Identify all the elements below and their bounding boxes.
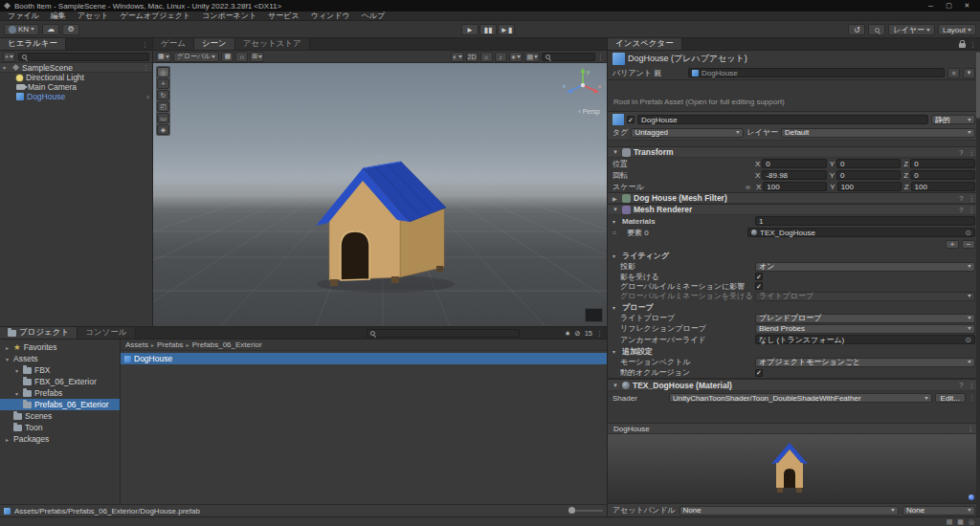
menu-help[interactable]: ヘルプ <box>356 11 391 21</box>
material-object-field[interactable]: TEX_DogHouse ⊙ <box>747 228 975 237</box>
menu-file[interactable]: ファイル <box>2 11 45 21</box>
create-object-button[interactable]: + <box>3 52 15 62</box>
tree-packages[interactable]: ▸ Packages <box>0 433 120 445</box>
progress-icon[interactable]: ◎ <box>969 518 974 526</box>
tool-settings-dropdown[interactable]: ▦ <box>156 52 171 62</box>
tab-game[interactable]: ゲーム <box>153 38 194 50</box>
mesh-renderer-header[interactable]: ▼ Mesh Renderer ? ⋮ <box>608 204 980 215</box>
move-tool-button[interactable]: + <box>157 78 169 89</box>
asset-bundle-variant-dropdown[interactable]: None <box>902 506 975 515</box>
hierarchy-item-directional-light[interactable]: Directional Light <box>0 73 152 82</box>
preview-settings-sphere-icon[interactable] <box>969 494 974 500</box>
position-x-field[interactable]: 0 <box>762 159 826 168</box>
hidden-packages-icon[interactable]: ⊘ <box>574 329 580 338</box>
dynamic-occlusion-checkbox[interactable]: ✓ <box>755 369 763 377</box>
contribute-gi-checkbox[interactable]: ✓ <box>755 282 763 290</box>
tree-fbx[interactable]: ▾ FBX <box>0 364 120 376</box>
foldout-icon[interactable]: ▾ <box>612 218 619 225</box>
menu-assets[interactable]: アセット <box>72 11 115 21</box>
rotate-tool-button[interactable]: ↻ <box>157 90 169 100</box>
scene-viewport[interactable]: ◎ + ↻ ◰ ▭ ◈ y x z ‹ Persp <box>153 63 607 326</box>
saved-search-icon[interactable]: ★ <box>565 329 571 338</box>
tag-dropdown[interactable]: Untagged <box>631 128 744 138</box>
materials-row[interactable]: ▾ Materials 1 <box>608 215 980 227</box>
tree-fbx-06-exterior[interactable]: FBX_06_Exterior <box>0 376 120 387</box>
account-dropdown[interactable]: KN <box>4 24 39 35</box>
layer-dropdown[interactable]: Default <box>781 128 975 138</box>
tree-toon[interactable]: Toon <box>0 422 120 433</box>
transform-tool-button[interactable]: ◈ <box>157 124 169 135</box>
foldout-icon[interactable]: ▼ <box>612 207 619 212</box>
lighting-toggle[interactable]: ☼ <box>480 52 493 62</box>
layers-dropdown[interactable]: レイヤー <box>888 24 935 35</box>
material-component-header[interactable]: ▼ TEX_DogHouse (Material) ? ⋮ <box>608 379 980 391</box>
static-dropdown[interactable]: 静的 <box>931 115 975 124</box>
active-checkbox[interactable]: ✓ <box>627 116 635 123</box>
hierarchy-search-input[interactable] <box>18 53 149 61</box>
motion-vectors-dropdown[interactable]: オブジェクトモーションごと <box>755 358 975 367</box>
tab-console[interactable]: コンソール <box>78 327 135 339</box>
tab-project[interactable]: プロジェクト <box>0 327 78 339</box>
probes-section-header[interactable]: ▾ プローブ <box>608 301 980 313</box>
foldout-icon[interactable]: ▼ <box>612 149 619 155</box>
lock-icon[interactable] <box>959 43 966 48</box>
step-button[interactable]: ►▮ <box>498 24 515 35</box>
object-picker-icon[interactable]: ⊙ <box>965 336 971 344</box>
undo-history-button[interactable]: ↺ <box>848 24 865 35</box>
grid-visibility-toggle[interactable]: ▦ <box>221 52 234 62</box>
scene-options-icon[interactable]: ⋮ <box>143 64 149 72</box>
tab-scene[interactable]: シーン <box>194 38 235 50</box>
tree-prefabs[interactable]: ▾ Prefabs <box>0 387 120 399</box>
project-menu-icon[interactable]: ⋮ <box>596 330 603 338</box>
scale-tool-button[interactable]: ◰ <box>157 101 169 112</box>
foldout-icon[interactable]: ▼ <box>612 383 619 388</box>
2d-mode-toggle[interactable]: 2D <box>466 52 479 62</box>
services-button[interactable]: ⚙ <box>62 24 79 35</box>
help-icon[interactable]: ? <box>959 194 963 203</box>
effects-dropdown[interactable]: ∗ <box>509 52 523 62</box>
play-button[interactable]: ► <box>461 24 479 35</box>
menu-services[interactable]: サービス <box>262 11 305 21</box>
light-probes-dropdown[interactable]: ブレンドプローブ <box>755 314 975 323</box>
tab-inspector[interactable]: インスペクター <box>608 38 682 50</box>
kebab-icon[interactable]: ⋮ <box>969 381 976 389</box>
object-picker-icon[interactable]: ⊙ <box>965 229 971 237</box>
preview-area[interactable] <box>608 434 980 503</box>
gameobject-name-field[interactable]: DogHouse <box>637 115 928 124</box>
view-tool-button[interactable]: ◎ <box>157 67 169 77</box>
asset-item-doghouse[interactable]: DogHouse <box>121 353 607 364</box>
materials-count-field[interactable]: 1 <box>755 216 975 226</box>
handle-orientation-dropdown[interactable]: グローバル <box>173 52 220 62</box>
project-search-input[interactable] <box>367 329 520 338</box>
scale-y-field[interactable]: 100 <box>837 182 902 191</box>
tree-assets[interactable]: ▾ Assets <box>0 353 120 364</box>
open-prefab-arrow-icon[interactable]: › <box>146 93 149 101</box>
slider-knob[interactable] <box>568 507 575 514</box>
menu-edit[interactable]: 編集 <box>45 11 72 21</box>
thumbnail-zoom-slider[interactable] <box>568 507 603 515</box>
rotation-x-field[interactable]: -89.98 <box>762 170 826 180</box>
asset-bundle-dropdown[interactable]: None <box>679 506 900 515</box>
variant-parent-field[interactable]: DogHouse <box>688 68 945 77</box>
foldout-icon[interactable]: ▾ <box>3 64 10 71</box>
rect-tool-button[interactable]: ▭ <box>157 113 169 123</box>
maximize-button[interactable]: ▢ <box>940 0 958 11</box>
cloud-button[interactable]: ☁ <box>42 24 59 35</box>
rotation-z-field[interactable]: 0 <box>910 170 975 180</box>
menu-component[interactable]: コンポーネント <box>196 11 262 21</box>
menu-window[interactable]: ウィンドウ <box>305 11 356 21</box>
reflection-probes-dropdown[interactable]: Blend Probes <box>755 324 975 334</box>
hierarchy-scene-row[interactable]: ▾ SampleScene ⋮ <box>0 63 152 73</box>
snap-magnet-toggle[interactable]: ∩ <box>235 52 248 62</box>
scale-z-field[interactable]: 100 <box>911 182 975 191</box>
shader-dropdown[interactable]: UnityChanToonShader/Toon_DoubleShadeWith… <box>669 393 932 403</box>
scale-x-field[interactable]: 100 <box>763 182 827 191</box>
tab-hierarchy[interactable]: ヒエラルキー <box>0 38 66 50</box>
hierarchy-menu-icon[interactable]: ⋮ <box>142 41 148 49</box>
position-z-field[interactable]: 0 <box>910 159 975 168</box>
shader-menu-icon[interactable]: ⋮ <box>969 394 975 402</box>
remove-material-button[interactable]: − <box>962 240 975 249</box>
snap-increment-dropdown[interactable]: ⊞ <box>250 52 264 62</box>
variant-dropdown-button[interactable]: ▾ <box>963 68 975 78</box>
layout-dropdown[interactable]: Layout <box>938 24 976 35</box>
